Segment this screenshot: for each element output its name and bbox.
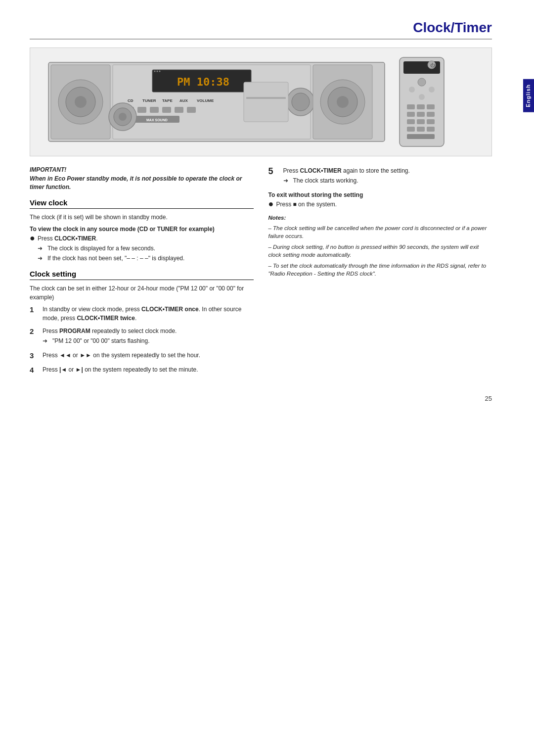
- svg-text:TUNER: TUNER: [142, 98, 156, 103]
- notes-section: Notes: – The clock setting will be cance…: [268, 214, 492, 278]
- svg-rect-52: [427, 127, 435, 132]
- view-clock-body: The clock (if it is set) will be shown i…: [30, 213, 254, 222]
- english-language-tab: English: [523, 79, 534, 112]
- step-number: 1: [30, 304, 40, 316]
- clock-setting-heading: Clock setting: [30, 270, 254, 280]
- svg-point-38: [409, 87, 415, 93]
- step-3: 3 Press ◄◄ or ►► on the system repeatedl…: [30, 351, 254, 362]
- important-label: IMPORTANT!: [30, 166, 254, 173]
- step-number: 2: [30, 326, 40, 337]
- svg-point-9: [156, 71, 158, 72]
- step-number: 3: [30, 350, 40, 362]
- view-clock-subheading: To view the clock in any source mode (CD…: [30, 226, 254, 233]
- arrow-icon: ➜: [283, 177, 291, 185]
- svg-point-28: [292, 93, 310, 111]
- svg-rect-33: [244, 82, 288, 122]
- svg-rect-43: [427, 104, 435, 109]
- svg-point-26: [119, 113, 127, 121]
- step-number: 5: [268, 166, 280, 177]
- exit-without-storing-heading: To exit without storing the setting: [268, 191, 492, 198]
- svg-rect-47: [407, 119, 415, 124]
- important-box: IMPORTANT! When in Eco Power standby mod…: [30, 166, 254, 191]
- view-clock-arrow1: ➜ The clock is displayed for a few secon…: [38, 244, 254, 253]
- bullet-icon: ●: [268, 199, 274, 208]
- notes-item-1: – The clock setting will be cancelled wh…: [268, 224, 492, 240]
- notes-title: Notes:: [268, 214, 492, 222]
- right-column: 5 Press CLOCK•TIMER again to store the s…: [268, 166, 492, 380]
- arrow-icon: ➜: [43, 337, 50, 345]
- exit-without-storing-bullet: ● Press ■ on the system.: [268, 200, 492, 209]
- svg-rect-44: [407, 112, 415, 117]
- page-number: 25: [30, 395, 492, 402]
- bullet-icon: ●: [30, 234, 36, 242]
- step-4: 4 Press |◄ or ►| on the system repeatedl…: [30, 365, 254, 376]
- step-number: 4: [30, 365, 40, 376]
- view-clock-arrow2: ➜ If the clock has not been set, "– – : …: [38, 254, 254, 263]
- svg-rect-41: [407, 104, 415, 109]
- clock-setting-body: The clock can be set in either 12-hour o…: [30, 284, 254, 302]
- device-image: PM 10:38 CD TUNER TAPE AUX VOLUME: [30, 47, 492, 156]
- svg-point-40: [419, 94, 425, 100]
- svg-rect-48: [417, 119, 425, 124]
- svg-rect-42: [417, 104, 425, 109]
- svg-rect-51: [417, 127, 425, 132]
- arrow-icon: ➜: [38, 254, 45, 263]
- svg-point-8: [154, 71, 155, 72]
- step-1: 1 In standby or view clock mode, press C…: [30, 305, 254, 323]
- notes-item-2: – During clock setting, if no button is …: [268, 243, 492, 259]
- svg-text:TAPE: TAPE: [162, 98, 173, 103]
- svg-point-32: [337, 96, 349, 108]
- important-text: When in Eco Power standby mode, it is no…: [30, 175, 254, 191]
- svg-rect-21: [187, 107, 196, 113]
- left-column: IMPORTANT! When in Eco Power standby mod…: [30, 166, 254, 380]
- svg-rect-18: [150, 107, 159, 113]
- svg-rect-46: [427, 112, 435, 117]
- svg-rect-45: [417, 112, 425, 117]
- svg-rect-20: [175, 107, 183, 113]
- svg-text:AUX: AUX: [179, 98, 188, 103]
- svg-rect-49: [427, 119, 435, 124]
- svg-point-10: [159, 71, 160, 72]
- svg-rect-50: [407, 127, 415, 132]
- arrow-icon: ➜: [38, 244, 45, 253]
- svg-point-37: [418, 78, 426, 86]
- svg-rect-19: [162, 107, 171, 113]
- svg-text:CD: CD: [128, 98, 134, 103]
- svg-rect-17: [137, 107, 146, 113]
- step5-arrow: ➜ The clock starts working.: [283, 177, 492, 185]
- svg-text:PM 10:38: PM 10:38: [177, 76, 229, 88]
- svg-text:MAX SOUND: MAX SOUND: [146, 118, 168, 122]
- view-clock-heading: View clock: [30, 198, 254, 209]
- view-clock-bullet: ● Press CLOCK•TIMER.: [30, 235, 254, 243]
- step-2: 2 Press PROGRAM repeatedly to select clo…: [30, 327, 254, 347]
- svg-rect-34: [246, 97, 286, 99]
- svg-text:VOLUME: VOLUME: [197, 98, 214, 103]
- page-title: Clock/Timer: [30, 20, 492, 40]
- notes-item-3: – To set the clock automatically through…: [268, 262, 492, 278]
- svg-point-39: [429, 87, 435, 93]
- step-5: 5 Press CLOCK•TIMER again to store the s…: [268, 166, 492, 187]
- svg-point-4: [75, 96, 87, 108]
- svg-rect-53: [407, 134, 435, 139]
- step2-arrow: ➜ "PM 12 00" or "00 00" starts flashing.: [43, 337, 254, 345]
- svg-text:⏻: ⏻: [430, 63, 435, 68]
